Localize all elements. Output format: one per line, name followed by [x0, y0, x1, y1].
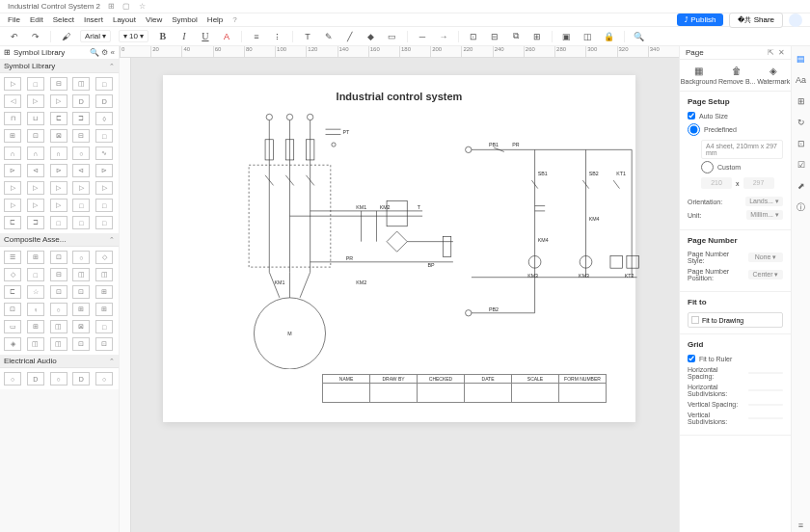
sym[interactable]: ⊞ [27, 320, 44, 333]
sym[interactable]: ◇ [4, 268, 21, 281]
fit-ruler-check[interactable] [688, 355, 695, 362]
sym[interactable]: □ [50, 216, 68, 229]
sym[interactable]: ◊ [95, 112, 113, 125]
lib-sec-audio[interactable]: Electrical Audio⌃ [0, 355, 119, 368]
sym[interactable]: ◫ [72, 268, 90, 281]
lib-sec-symbols[interactable]: Symbol Library⌃ [0, 60, 119, 73]
menu-symbol[interactable]: Symbol [172, 15, 198, 24]
height-input[interactable]: 297 [743, 177, 774, 189]
sym[interactable]: ⊡ [72, 285, 90, 299]
sym[interactable]: ⊐ [27, 216, 44, 229]
align2-icon[interactable]: ⊡ [467, 30, 480, 43]
sym[interactable]: ⊞ [95, 303, 113, 316]
rt-share-icon[interactable]: ⬈ [795, 179, 808, 193]
num-style-select[interactable]: None ▾ [748, 253, 783, 262]
conn-icon[interactable]: ─ [416, 30, 429, 43]
sym[interactable]: □ [27, 77, 44, 91]
sym[interactable]: D [72, 372, 90, 386]
stroke-icon[interactable]: ▭ [386, 30, 399, 43]
sym[interactable]: ○ [50, 303, 68, 316]
unit-select[interactable]: Millim... ▾ [746, 210, 783, 220]
pen-icon[interactable]: ✎ [322, 30, 336, 43]
auto-size-check[interactable] [688, 112, 695, 120]
sym[interactable]: ⊡ [4, 303, 21, 316]
line-icon[interactable]: ╱ [343, 30, 357, 43]
sym[interactable]: ⊞ [4, 129, 21, 143]
lock-icon[interactable]: 🔒 [603, 30, 616, 43]
rt-info-icon[interactable]: ⓘ [795, 200, 808, 214]
sym[interactable]: ◈ [4, 337, 21, 351]
grid-icon[interactable]: ⊞ [106, 2, 116, 12]
font-select[interactable]: Arial ▾ [80, 30, 111, 42]
sym[interactable]: □ [27, 268, 44, 281]
sym[interactable]: ▷ [4, 199, 21, 212]
sym[interactable]: ⊳ [50, 164, 68, 177]
star-icon[interactable]: ☆ [137, 2, 147, 12]
search-tool-icon[interactable]: 🔍 [633, 30, 646, 43]
menu-layout[interactable]: Layout [113, 15, 136, 24]
sym[interactable]: ⊲ [72, 164, 90, 177]
fill-icon[interactable]: ◆ [364, 30, 378, 43]
sym[interactable]: D [72, 94, 90, 108]
order-icon[interactable]: ⊞ [530, 30, 544, 43]
sym[interactable]: ◫ [50, 337, 68, 351]
close-icon[interactable]: ✕ [778, 48, 785, 57]
tab-watermark[interactable]: ◈Watermark [757, 66, 790, 85]
custom-radio[interactable] [701, 161, 714, 173]
text-icon[interactable]: T [301, 30, 314, 43]
sym[interactable]: ∿ [95, 146, 113, 160]
sym[interactable]: ⊡ [50, 251, 68, 264]
sym[interactable]: ⊡ [27, 129, 44, 143]
sym[interactable]: ○ [72, 146, 90, 160]
predef-radio[interactable] [688, 123, 700, 136]
num-pos-select[interactable]: Center ▾ [748, 270, 783, 279]
vsub-input[interactable] [748, 417, 783, 419]
sym[interactable]: ⊡ [72, 337, 90, 351]
folder-icon[interactable]: ▢ [122, 2, 131, 12]
preset-select[interactable]: A4 sheet, 210mm x 297 mm [701, 140, 783, 159]
sym[interactable]: ○ [95, 372, 113, 386]
sym[interactable]: ♀ [27, 303, 44, 316]
underline-button[interactable]: U [199, 30, 212, 43]
sym[interactable]: ◫ [95, 268, 113, 281]
menu-edit[interactable]: Edit [30, 15, 43, 24]
sym[interactable]: ○ [4, 372, 21, 386]
sym[interactable]: ◫ [27, 337, 44, 351]
sym[interactable]: □ [72, 216, 90, 229]
dist-icon[interactable]: ⊟ [488, 30, 501, 43]
rt-layers-icon[interactable]: ⊞ [795, 94, 808, 108]
sym[interactable]: ▷ [27, 199, 44, 212]
sym[interactable]: ⊏ [50, 112, 68, 125]
rt-history-icon[interactable]: ↻ [795, 116, 808, 129]
sym[interactable]: ∩ [4, 146, 21, 160]
sym[interactable]: ○ [50, 372, 68, 386]
sym[interactable]: ▷ [95, 181, 113, 195]
sym[interactable]: ⊠ [50, 129, 68, 143]
sym[interactable]: ⊟ [50, 268, 68, 281]
sym[interactable]: ▷ [4, 181, 21, 195]
sym[interactable]: ⊲ [27, 164, 44, 177]
rt-format-icon[interactable]: Aa [795, 73, 808, 87]
align-icon[interactable]: ≡ [250, 30, 263, 43]
sym[interactable]: ▷ [27, 94, 44, 108]
sym[interactable]: ⊞ [72, 303, 90, 316]
sym[interactable]: ◇ [95, 251, 113, 264]
menu-select[interactable]: Select [53, 15, 74, 24]
fit-icon[interactable]: ▣ [560, 30, 574, 43]
sym[interactable]: □ [95, 320, 113, 333]
sym[interactable]: D [95, 94, 113, 108]
sym[interactable]: □ [95, 216, 113, 229]
size-select[interactable]: ▾ 10 ▾ [119, 30, 148, 42]
sym[interactable]: ⊡ [50, 285, 68, 299]
redo-icon[interactable]: ↷ [29, 30, 42, 43]
help-icon[interactable]: ? [232, 15, 236, 24]
rt-comment-icon[interactable]: ⊡ [795, 137, 808, 150]
sym[interactable]: ☆ [27, 285, 44, 299]
sym[interactable]: ⊏ [4, 285, 21, 299]
sym[interactable]: ○ [72, 251, 90, 264]
sym[interactable]: ◁ [4, 94, 21, 108]
sym[interactable]: ⊟ [72, 129, 90, 143]
lib-sec-composite[interactable]: Composite Asse...⌃ [0, 233, 119, 247]
vspace-input[interactable] [748, 404, 783, 406]
rt-page-icon[interactable]: ▤ [795, 52, 808, 66]
